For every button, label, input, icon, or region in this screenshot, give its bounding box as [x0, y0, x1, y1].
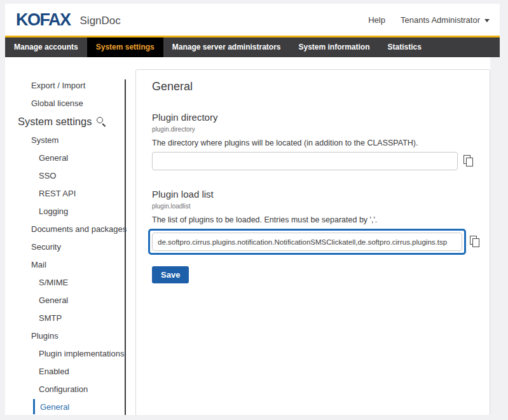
copy-icon[interactable]: [463, 155, 474, 167]
settings-panel: General Plugin directory plugin.director…: [135, 69, 490, 415]
sidebar-item-general[interactable]: General: [5, 149, 126, 166]
sidebar-item-label: SSO: [39, 171, 56, 180]
sidebar-item-label: REST API: [39, 189, 76, 198]
kofax-logo: KOFAX: [16, 4, 71, 36]
save-button[interactable]: Save: [152, 266, 189, 283]
focus-ring: [148, 229, 466, 255]
field-row: [152, 152, 474, 170]
sidebar-item-general[interactable]: General: [5, 398, 126, 415]
sidebar-item-label: System: [31, 135, 58, 145]
content-body: Export / ImportGlobal licenseSystem sett…: [5, 57, 500, 415]
plugin-loadlist-input[interactable]: [152, 233, 462, 251]
main-area: General Plugin directory plugin.director…: [126, 57, 500, 415]
sidebar-item-label: Documents and packages: [31, 224, 127, 234]
plugin-directory-input[interactable]: [152, 152, 458, 170]
section-key: plugin.loadlist: [152, 203, 474, 210]
sidebar-item-label: SMTP: [39, 313, 62, 323]
sidebar-item-label: Export / Import: [31, 81, 85, 90]
user-menu-label: Tenants Administrator: [401, 15, 480, 25]
help-link[interactable]: Help: [368, 15, 385, 25]
sidebar-item-label: Enabled: [39, 367, 69, 376]
settings-sidebar: Export / ImportGlobal licenseSystem sett…: [5, 57, 126, 415]
app-header: KOFAX SignDoc Help Tenants Administrator: [5, 4, 500, 36]
sidebar-item-enabled[interactable]: Enabled: [5, 362, 126, 380]
main-nav: Manage accountsSystem settingsManage ser…: [5, 37, 500, 57]
section-plugin-load-list: Plugin load list plugin.loadlist The lis…: [152, 189, 474, 255]
nav-item-statistics[interactable]: Statistics: [379, 37, 430, 57]
nav-item-manage-server-administrators[interactable]: Manage server administrators: [163, 37, 290, 57]
sidebar-item-mail[interactable]: Mail: [5, 255, 126, 273]
sidebar-item-sso[interactable]: SSO: [5, 166, 126, 184]
sidebar-item-rest-api[interactable]: REST API: [5, 184, 126, 202]
sidebar-item-label: General: [39, 295, 68, 305]
sidebar-item-label: General: [39, 153, 68, 163]
sidebar-item-configuration[interactable]: Configuration: [5, 380, 126, 398]
section-description: The list of plugins to be loaded. Entrie…: [152, 215, 474, 224]
header-right: Help Tenants Administrator: [368, 15, 490, 25]
sidebar-item-export-import[interactable]: Export / Import: [5, 76, 126, 94]
sidebar-item-label: Plugins: [31, 331, 58, 341]
search-icon[interactable]: [96, 116, 106, 126]
sidebar-item-global-license[interactable]: Global license: [5, 94, 126, 112]
sidebar-item-label: Plugin implementations: [39, 349, 124, 358]
sidebar-item-general[interactable]: General: [5, 291, 126, 309]
sidebar-item-label: Logging: [39, 207, 68, 216]
sidebar-item-plugin-implementations[interactable]: Plugin implementations: [5, 344, 126, 362]
sidebar-item-label: Security: [31, 242, 61, 252]
app-window: KOFAX SignDoc Help Tenants Administrator…: [5, 4, 500, 415]
field-row: [152, 229, 474, 255]
section-plugin-directory: Plugin directory plugin.directory The di…: [152, 112, 474, 170]
nav-item-system-settings[interactable]: System settings: [87, 37, 163, 57]
page-title: General: [152, 80, 474, 93]
chevron-down-icon: [484, 19, 490, 22]
sidebar-item-label: System settings: [18, 116, 92, 128]
user-menu[interactable]: Tenants Administrator: [401, 15, 490, 25]
sidebar-item-label: Configuration: [39, 384, 88, 394]
sidebar-item-system[interactable]: System: [5, 131, 126, 149]
section-description: The directory where plugins will be loca…: [152, 139, 474, 147]
sidebar-item-label: General: [40, 402, 69, 412]
copy-icon[interactable]: [470, 236, 481, 248]
section-heading: Plugin load list: [152, 189, 474, 200]
sidebar-item-documents-and-packages[interactable]: Documents and packages: [5, 220, 126, 238]
sidebar-item-s-mime[interactable]: S/MIME: [5, 273, 126, 291]
sidebar-item-smtp[interactable]: SMTP: [5, 309, 126, 327]
section-key: plugin.directory: [152, 126, 474, 133]
sidebar-item-label: S/MIME: [39, 278, 68, 287]
nav-item-system-information[interactable]: System information: [290, 37, 379, 57]
sidebar-item-label: Mail: [31, 260, 46, 269]
nav-item-manage-accounts[interactable]: Manage accounts: [5, 37, 87, 57]
sidebar-item-logging[interactable]: Logging: [5, 202, 126, 220]
sidebar-item-label: Global license: [31, 98, 83, 108]
product-name: SignDoc: [80, 15, 121, 27]
sidebar-item-plugins[interactable]: Plugins: [5, 327, 126, 344]
sidebar-item-security[interactable]: Security: [5, 238, 126, 255]
sidebar-item-system-settings[interactable]: System settings: [5, 112, 126, 131]
section-heading: Plugin directory: [152, 112, 474, 123]
